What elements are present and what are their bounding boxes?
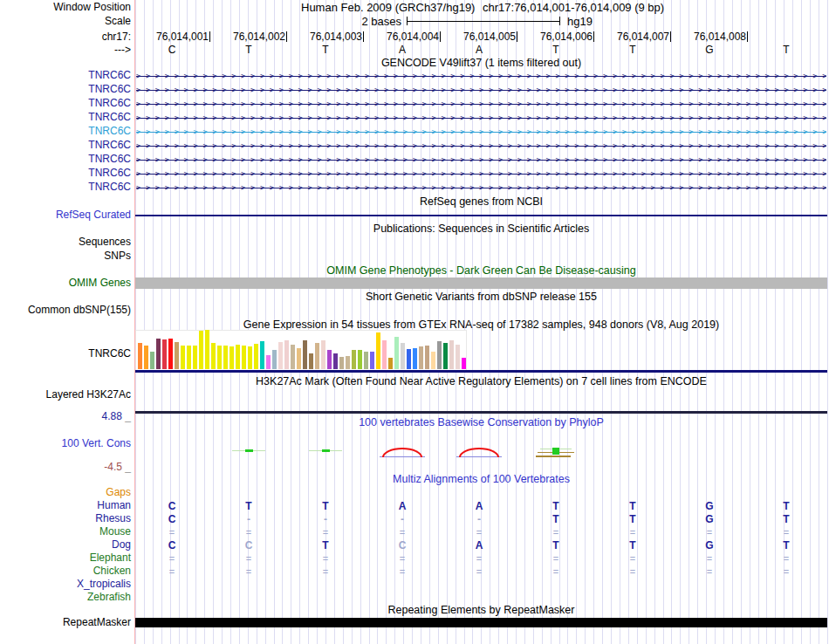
multiz-alignment-base: T	[546, 513, 565, 525]
common-dbsnp-label[interactable]: Common dbSNP(155)	[0, 305, 131, 316]
gencode-transcript-line[interactable]: >>>>>>>>>>>>>>>>>>>>>>>>>>>>>>>>>>>>>>>>…	[136, 72, 826, 81]
refseq-curated-item[interactable]	[135, 215, 827, 216]
100-vert-cons-label[interactable]: 100 Vert. Cons	[0, 438, 131, 449]
gtex-tissue-bar	[315, 343, 319, 369]
gencode-gene-label[interactable]: TNRC6C	[0, 168, 131, 179]
coordinate-tick-label: 76,014,005	[452, 31, 529, 43]
repeatmasker-track-title[interactable]: Repeating Elements by RepeatMasker	[135, 605, 827, 616]
gencode-transcript-line[interactable]: >>>>>>>>>>>>>>>>>>>>>>>>>>>>>>>>>>>>>>>>…	[136, 183, 826, 193]
gencode-gene-label[interactable]: TNRC6C	[0, 70, 131, 81]
gencode-transcript-line[interactable]: >>>>>>>>>>>>>>>>>>>>>>>>>>>>>>>>>>>>>>>>…	[136, 86, 826, 95]
gtex-tissue-bar	[370, 352, 374, 369]
gtex-tissue-bar	[364, 352, 368, 369]
reference-base-letter: T	[546, 45, 565, 56]
multiz-species-label-zebrafish[interactable]: Zebrafish	[0, 592, 131, 603]
phylop-track-title[interactable]: 100 vertebrates Basewise Conservation by…	[135, 417, 827, 428]
repeatmasker-dense-bar[interactable]	[135, 618, 827, 627]
gencode-transcript-line[interactable]: >>>>>>>>>>>>>>>>>>>>>>>>>>>>>>>>>>>>>>>>…	[136, 99, 826, 109]
gtex-tissue-bar	[260, 341, 264, 369]
gencode-transcript-line[interactable]: >>>>>>>>>>>>>>>>>>>>>>>>>>>>>>>>>>>>>>>>…	[136, 141, 826, 151]
gtex-tissue-bar	[394, 337, 399, 369]
gencode-gene-label[interactable]: TNRC6C	[0, 98, 131, 109]
gtex-tissue-bar	[144, 346, 148, 369]
window-position-value: chr17:76,014,001-76,014,009 (9 bp)	[483, 2, 664, 13]
multiz-species-label-rhesus[interactable]: Rhesus	[0, 513, 131, 524]
refseq-track-title[interactable]: RefSeq genes from NCBI	[135, 196, 827, 208]
multiz-alignment-base: =	[316, 526, 335, 538]
genome-browser-image: Window Position Scale chr17: ---> Human …	[0, 0, 829, 644]
dbsnp-track-title[interactable]: Short Genetic Variants from dbSNP releas…	[135, 291, 827, 303]
gtex-tissue-bar	[175, 342, 179, 369]
gencode-transcript-line[interactable]: >>>>>>>>>>>>>>>>>>>>>>>>>>>>>>>>>>>>>>>>…	[136, 155, 826, 165]
gtex-tissue-bar	[339, 357, 344, 369]
multiz-species-label-human[interactable]: Human	[0, 500, 131, 511]
gencode-gene-label[interactable]: TNRC6C	[0, 140, 131, 151]
gtex-tissue-bar	[266, 355, 271, 369]
omim-dense-bar[interactable]	[135, 277, 827, 289]
chromosome-label: chr17:	[0, 31, 131, 43]
gtex-tissue-bar	[211, 343, 216, 369]
multiz-alignment-base: =	[700, 565, 719, 578]
gencode-track-title[interactable]: GENCODE V49lift37 (1 items filtered out)	[135, 58, 827, 69]
multiz-alignment-base: T	[239, 500, 258, 512]
h3k27ac-signal-line[interactable]	[135, 411, 827, 414]
multiz-species-label-x_tropicalis[interactable]: X_tropicalis	[0, 579, 131, 590]
repeatmasker-label[interactable]: RepeatMasker	[0, 617, 131, 628]
multiz-alignment-base: G	[700, 539, 719, 552]
gencode-gene-label[interactable]: TNRC6C	[0, 182, 131, 193]
multiz-alignment-base: T	[777, 513, 796, 525]
gtex-tissue-bar	[150, 352, 154, 369]
gencode-transcript-line[interactable]: >>>>>>>>>>>>>>>>>>>>>>>>>>>>>>>>>>>>>>>>…	[136, 127, 826, 137]
gtex-tissue-bar	[449, 340, 454, 369]
scale-assembly-text: hg19	[567, 16, 593, 27]
multiz-alignment-base: =	[162, 526, 182, 538]
multiz-species-label-mouse[interactable]: Mouse	[0, 526, 131, 538]
gtex-tissue-bar	[278, 342, 283, 369]
multiz-alignment-base: C	[162, 513, 182, 525]
multiz-species-label-elephant[interactable]: Elephant	[0, 552, 131, 564]
gencode-gene-label[interactable]: TNRC6C	[0, 154, 131, 165]
gencode-gene-label[interactable]: TNRC6C	[0, 84, 131, 95]
multiz-alignment-base: T	[777, 539, 796, 552]
omim-genes-label[interactable]: OMIM Genes	[0, 277, 131, 289]
gencode-gene-label[interactable]: TNRC6C	[0, 112, 131, 123]
refseq-curated-label[interactable]: RefSeq Curated	[0, 209, 131, 221]
gtex-tissue-bar	[187, 346, 191, 369]
phylop-olive-line	[536, 456, 571, 457]
multiz-alignment-base: =	[316, 552, 335, 565]
layered-h3k27ac-label[interactable]: Layered H3K27Ac	[0, 389, 131, 401]
gtex-tissue-bar	[327, 350, 332, 369]
publications-snps-label[interactable]: SNPs	[0, 250, 131, 262]
gencode-transcript-line[interactable]: >>>>>>>>>>>>>>>>>>>>>>>>>>>>>>>>>>>>>>>>…	[136, 113, 826, 123]
gtex-tissue-bar	[297, 348, 301, 369]
multiz-species-label-chicken[interactable]: Chicken	[0, 565, 131, 577]
multiz-alignment-base: =	[162, 552, 182, 565]
multiz-gaps-label[interactable]: Gaps	[0, 487, 131, 498]
phylop-green-dash	[322, 449, 330, 452]
coordinate-tick	[747, 31, 748, 42]
publications-track-title[interactable]: Publications: Sequences in Scientific Ar…	[135, 223, 827, 235]
gencode-transcript-line[interactable]: >>>>>>>>>>>>>>>>>>>>>>>>>>>>>>>>>>>>>>>>…	[136, 169, 826, 179]
multiz-alignment-base: =	[393, 552, 412, 565]
multiz-track-title[interactable]: Multiz Alignments of 100 Vertebrates	[135, 474, 827, 485]
gencode-gene-label[interactable]: TNRC6C	[0, 126, 131, 137]
multiz-alignment-base: C	[393, 539, 412, 552]
coordinate-tick	[670, 31, 671, 42]
gtex-gene-label[interactable]: TNRC6C	[0, 348, 131, 360]
multiz-alignment-base: T	[316, 500, 335, 512]
multiz-alignment-base: T	[316, 539, 335, 552]
gtex-tissue-bar	[437, 341, 442, 369]
multiz-alignment-base: =	[700, 526, 719, 538]
multiz-species-label-dog[interactable]: Dog	[0, 539, 131, 551]
gtex-tissue-bar	[193, 346, 197, 369]
gtex-tissue-bar	[419, 346, 423, 369]
publications-sequences-label[interactable]: Sequences	[0, 236, 131, 248]
gtex-tissue-bar	[456, 345, 460, 369]
h3k27ac-track-title[interactable]: H3K27Ac Mark (Often Found Near Active Re…	[135, 376, 827, 387]
gtex-tissue-bar	[303, 340, 307, 369]
multiz-alignment-base: =	[239, 552, 258, 565]
gtex-expression-plot[interactable]	[135, 330, 467, 372]
omim-track-title[interactable]: OMIM Gene Phenotypes - Dark Green Can Be…	[135, 265, 827, 277]
multiz-alignment-base: =	[316, 565, 335, 578]
coordinate-tick-label: 76,014,003	[298, 31, 375, 43]
